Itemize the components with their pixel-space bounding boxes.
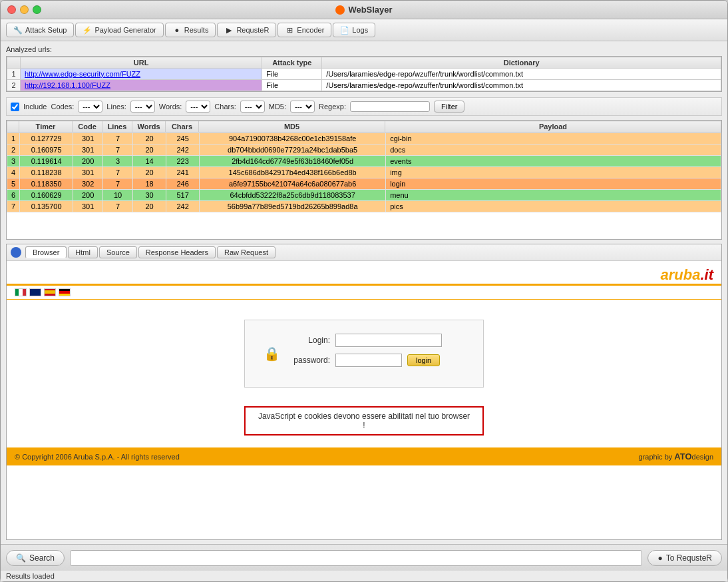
- url-row-num: 2: [7, 80, 21, 91]
- results-data-table: 10.127729301720245904a71900738b4268c00e1…: [7, 133, 721, 212]
- tab-html[interactable]: Html: [68, 246, 98, 258]
- table-row[interactable]: 60.160629200103051764cbfdd53222f8a25c6db…: [7, 190, 721, 201]
- flag-uk: [29, 288, 41, 296]
- result-words: 20: [133, 167, 166, 178]
- result-timer: 0.127729: [20, 133, 73, 145]
- chars-select[interactable]: ---: [240, 101, 265, 113]
- lock-icon: 🔒: [265, 334, 278, 374]
- table-row[interactable]: 2 http://192.168.1.100/FUZZ File /Users/…: [7, 80, 721, 91]
- result-md5: 56b99a77b89ed5719bd26265b899ad8a: [200, 201, 386, 212]
- tab-source[interactable]: Source: [99, 246, 137, 258]
- result-payload: pics: [386, 201, 721, 212]
- table-row[interactable]: 70.13570030172024256b99a77b89ed5719bd262…: [7, 201, 721, 212]
- result-code: 200: [73, 156, 103, 167]
- logs-button[interactable]: 📄 Logs: [333, 23, 375, 37]
- requester-label: RequsteR: [236, 26, 269, 34]
- results-scroll-body[interactable]: 10.127729301720245904a71900738b4268c00e1…: [7, 133, 721, 238]
- footer-graphic: graphic by ATOdesign: [639, 451, 713, 461]
- to-requester-label: To RequsteR: [666, 553, 712, 563]
- url-table-attack-header: Attack type: [262, 57, 322, 69]
- table-row[interactable]: 40.118238301720241145c686db842917b4ed438…: [7, 167, 721, 178]
- minimize-button[interactable]: [20, 5, 29, 14]
- results-payload-header: Payload: [385, 121, 721, 133]
- footer-copyright: © Copyright 2006 Aruba S.p.A. - All righ…: [15, 453, 180, 461]
- login-input[interactable]: [335, 334, 442, 347]
- result-timer: 0.118350: [20, 178, 73, 190]
- payload-generator-label: Payload Generator: [94, 26, 156, 34]
- lines-label: Lines:: [106, 103, 126, 111]
- url-table: URL Attack type Dictionary 1 http://www.…: [7, 57, 721, 91]
- maximize-button[interactable]: [33, 5, 41, 14]
- result-payload: img: [386, 167, 721, 178]
- md5-select[interactable]: ---: [290, 101, 315, 113]
- search-input[interactable]: [70, 550, 642, 566]
- regexp-label: Regexp:: [319, 103, 346, 111]
- attack-setup-button[interactable]: 🔧 Attack Setup: [6, 23, 74, 37]
- toolbar: 🔧 Attack Setup ⚡ Payload Generator ● Res…: [1, 19, 727, 41]
- table-row[interactable]: 50.118350302718246a6fe97155bc421074a64c6…: [7, 178, 721, 190]
- traffic-lights: [7, 5, 41, 14]
- result-num: 7: [7, 201, 20, 212]
- result-lines: 7: [103, 133, 133, 145]
- result-chars: 245: [166, 133, 200, 145]
- password-input[interactable]: [335, 354, 402, 367]
- result-timer: 0.160629: [20, 190, 73, 201]
- table-row[interactable]: 30.1196142003142232fb4d164cd67749e5f63b1…: [7, 156, 721, 167]
- login-button[interactable]: login: [407, 354, 440, 366]
- close-button[interactable]: [7, 5, 16, 14]
- codes-select[interactable]: ---: [78, 101, 102, 113]
- chars-label: Chars:: [214, 103, 236, 111]
- login-label: Login:: [283, 336, 330, 345]
- aruba-header: aruba.it: [7, 261, 721, 286]
- result-timer: 0.118238: [20, 167, 73, 178]
- title-label: WebSlayer: [348, 5, 392, 15]
- result-md5: 904a71900738b4268c00e1cb39158afe: [200, 133, 386, 145]
- encoder-button[interactable]: ⊞ Encoder: [277, 23, 331, 37]
- tab-browser[interactable]: Browser: [25, 246, 67, 258]
- result-code: 301: [73, 145, 103, 156]
- result-words: 18: [133, 178, 166, 190]
- filter-button[interactable]: Filter: [434, 101, 464, 113]
- result-words: 20: [133, 145, 166, 156]
- aruba-flags: [7, 286, 721, 300]
- title-bar: WebSlayer: [1, 1, 727, 19]
- result-code: 200: [73, 190, 103, 201]
- url-row-url[interactable]: http://www.edge-security.com/FUZZ: [21, 69, 262, 80]
- result-code: 301: [73, 133, 103, 145]
- result-words: 30: [133, 190, 166, 201]
- to-requester-button[interactable]: ● To RequsteR: [647, 550, 722, 566]
- results-num-header: [7, 121, 19, 133]
- lines-select[interactable]: ---: [130, 101, 155, 113]
- table-row[interactable]: 10.127729301720245904a71900738b4268c00e1…: [7, 133, 721, 145]
- codes-label: Codes:: [51, 103, 74, 111]
- search-button[interactable]: 🔍 Search: [6, 550, 65, 566]
- result-words: 20: [133, 201, 166, 212]
- wrench-icon: 🔧: [13, 25, 23, 35]
- url-row-url[interactable]: http://192.168.1.100/FUZZ: [21, 80, 262, 91]
- result-lines: 7: [103, 145, 133, 156]
- requester-button[interactable]: ▶ RequsteR: [217, 23, 276, 37]
- flag-italy: [15, 288, 27, 296]
- include-checkbox[interactable]: [11, 103, 19, 111]
- result-payload: docs: [386, 145, 721, 156]
- result-code: 301: [73, 201, 103, 212]
- result-chars: 242: [166, 201, 200, 212]
- words-select[interactable]: ---: [186, 101, 210, 113]
- table-row[interactable]: 1 http://www.edge-security.com/FUZZ File…: [7, 69, 721, 80]
- search-label: Search: [29, 553, 55, 563]
- arrow-icon: ▶: [224, 25, 234, 35]
- result-md5: db704bbdd0690e77291a24bc1dab5ba5: [200, 145, 386, 156]
- circle-icon: ●: [172, 25, 182, 35]
- tab-response-headers[interactable]: Response Headers: [138, 246, 216, 258]
- results-timer-header: Timer: [19, 121, 73, 133]
- url-table-url-header: URL: [21, 57, 262, 69]
- result-timer: 0.135700: [20, 201, 73, 212]
- requester-icon: ●: [657, 553, 662, 563]
- payload-generator-button[interactable]: ⚡ Payload Generator: [75, 23, 163, 37]
- bottom-bar: 🔍 Search ● To RequsteR: [1, 544, 727, 571]
- results-button[interactable]: ● Results: [165, 23, 216, 37]
- table-row[interactable]: 20.160975301720242db704bbdd0690e77291a24…: [7, 145, 721, 156]
- tab-raw-request[interactable]: Raw Request: [217, 246, 275, 258]
- js-warning-container: JavaScript e cookies devono essere abili…: [7, 401, 721, 447]
- regexp-input[interactable]: [350, 101, 430, 112]
